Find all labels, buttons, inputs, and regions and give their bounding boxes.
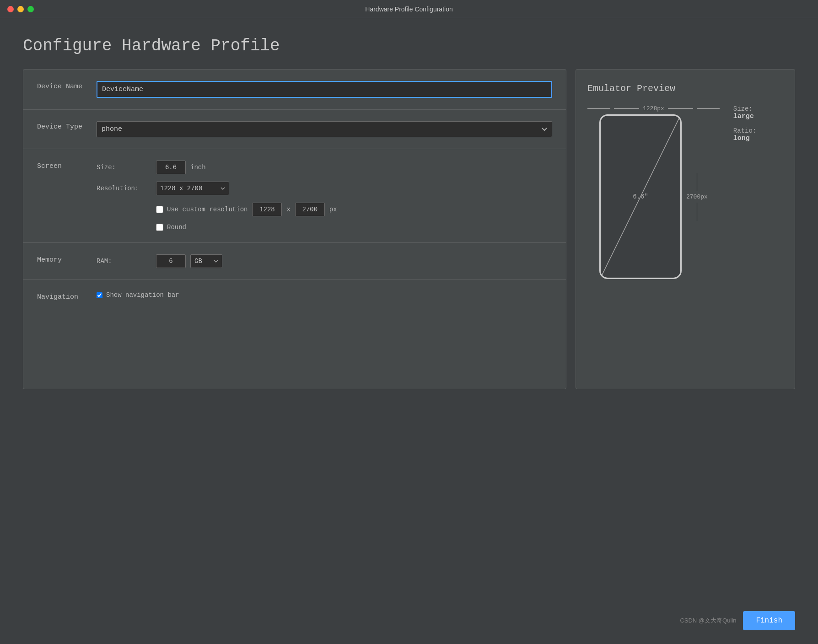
phone-preview-container: 1228px 6.6"	[587, 105, 720, 279]
size-unit: inch	[190, 164, 206, 171]
navigation-row: Navigation Show navigation bar	[23, 280, 566, 312]
resolution-row: Resolution: 1228 x 2700 1080 x 2400 720 …	[97, 182, 552, 195]
minimize-button[interactable]	[17, 6, 24, 12]
navigation-fields: Show navigation bar	[97, 291, 552, 299]
memory-label: Memory	[37, 254, 97, 264]
device-type-select[interactable]: phone tablet tv automotive wear	[97, 121, 552, 137]
page-title: Configure Hardware Profile	[23, 37, 795, 55]
screen-inner: Size: inch Resolution: 1228 x 2700 1080 …	[97, 161, 552, 231]
width-label: 1228px	[587, 105, 720, 112]
screen-fields: Size: inch Resolution: 1228 x 2700 1080 …	[97, 161, 552, 231]
memory-row: Memory RAM: GB MB	[23, 243, 566, 280]
memory-inner: RAM: GB MB	[97, 254, 552, 268]
navigation-label: Navigation	[37, 291, 97, 301]
screen-row: Screen Size: inch Resolution:	[23, 149, 566, 243]
form-container: Device Name Device Type phone tablet tv …	[23, 69, 795, 389]
size-info-value: large	[733, 113, 756, 120]
size-label: Size:	[97, 164, 151, 171]
resolution-select[interactable]: 1228 x 2700 1080 x 2400 720 x 1600	[156, 182, 229, 195]
ram-input[interactable]	[156, 254, 186, 268]
unit-select[interactable]: GB MB	[190, 254, 222, 268]
device-name-label: Device Name	[37, 81, 97, 91]
phone-preview-wrapper: 6.6" 2700px	[599, 114, 708, 279]
device-name-input[interactable]	[97, 81, 552, 98]
device-name-fields	[97, 81, 552, 98]
screen-label: Screen	[37, 161, 97, 170]
main-content: Configure Hardware Profile Device Name D…	[0, 18, 818, 403]
phone-size-center: 6.6"	[633, 193, 648, 200]
maximize-button[interactable]	[27, 6, 34, 12]
device-type-label: Device Type	[37, 121, 97, 131]
preview-area: 1228px 6.6"	[587, 105, 783, 279]
resolution-label: Resolution:	[97, 185, 151, 192]
device-type-fields: phone tablet tv automotive wear	[97, 121, 552, 137]
ratio-info-label: Ratio:	[733, 127, 756, 134]
close-button[interactable]	[7, 6, 14, 12]
window-controls	[7, 6, 34, 12]
window-title: Hardware Profile Configuration	[365, 5, 452, 13]
ratio-info-value: long	[733, 134, 756, 142]
width-value: 1228px	[643, 105, 664, 112]
use-custom-label: Use custom resolution	[167, 206, 248, 213]
phone-frame: 6.6"	[599, 114, 682, 279]
nav-inner: Show navigation bar	[97, 291, 552, 299]
size-info-block: Size: large	[733, 105, 756, 120]
device-type-row: Device Type phone tablet tv automotive w…	[23, 110, 566, 149]
device-name-row: Device Name	[23, 70, 566, 110]
size-info-label: Size:	[733, 105, 756, 113]
ram-label: RAM:	[97, 258, 151, 265]
title-bar: Hardware Profile Configuration	[0, 0, 818, 18]
round-checkbox[interactable]	[156, 224, 163, 231]
show-nav-label: Show navigation bar	[106, 291, 179, 299]
use-custom-checkbox-row: Use custom resolution	[156, 206, 248, 213]
height-label-container: 2700px	[686, 173, 708, 221]
memory-fields: RAM: GB MB	[97, 254, 552, 268]
ratio-info-block: Ratio: long	[733, 127, 756, 142]
size-row: Size: inch	[97, 161, 552, 174]
round-checkbox-row: Round	[156, 224, 186, 231]
custom-resolution-row: Use custom resolution x px	[97, 203, 552, 216]
height-value: 2700px	[686, 193, 708, 200]
show-nav-checkbox[interactable]	[97, 292, 102, 298]
custom-unit: px	[329, 206, 337, 213]
size-input[interactable]	[156, 161, 186, 174]
left-panel: Device Name Device Type phone tablet tv …	[23, 69, 566, 389]
use-custom-checkbox[interactable]	[156, 206, 163, 213]
x-separator: x	[286, 206, 290, 213]
preview-title: Emulator Preview	[587, 83, 783, 94]
round-row: Round	[97, 224, 552, 231]
bottom-bar: CSDN @文大奇Quiin Finish	[680, 611, 795, 630]
custom-width-input[interactable]	[252, 203, 282, 216]
finish-button[interactable]: Finish	[743, 611, 795, 630]
watermark: CSDN @文大奇Quiin	[680, 617, 736, 625]
preview-info: Size: large Ratio: long	[733, 105, 756, 142]
round-label: Round	[167, 224, 186, 231]
custom-height-input[interactable]	[295, 203, 325, 216]
right-panel: Emulator Preview 1228px	[576, 69, 795, 389]
